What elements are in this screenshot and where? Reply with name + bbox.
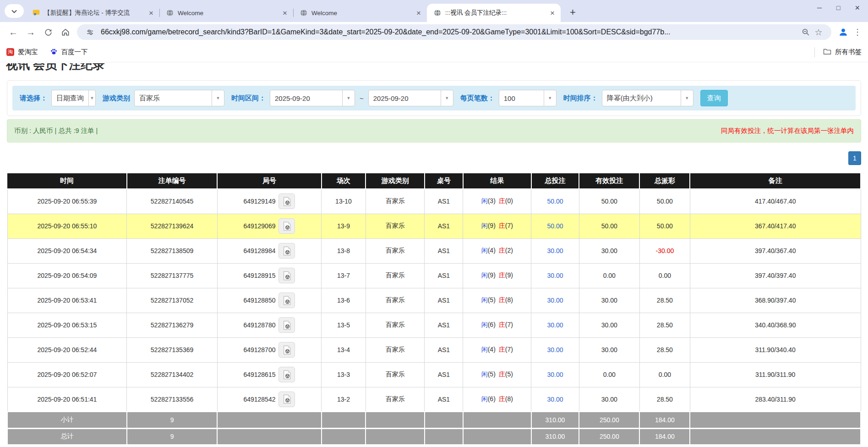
- tab-close-icon[interactable]: ×: [147, 9, 155, 17]
- player-score: (9): [488, 222, 496, 229]
- result-cell: 闲(6)庄(7): [463, 313, 531, 337]
- bookmark-taobao[interactable]: 淘 爱淘宝: [6, 48, 38, 56]
- window-close-icon[interactable]: ×: [855, 3, 860, 13]
- date-start-select[interactable]: 2025-09-20 ▼: [270, 90, 355, 106]
- game-type-select[interactable]: 百家乐 ▼: [134, 90, 224, 106]
- round-cell: 649128850: [217, 288, 321, 313]
- bookmark-star-icon[interactable]: ☆: [812, 27, 825, 38]
- filter-bar: 请选择： 日期查询 ▼ 游戏类别 百家乐 ▼ 时间区间： 2025-09-20 …: [12, 86, 856, 110]
- video-replay-button[interactable]: [278, 342, 295, 358]
- date-end-select[interactable]: 2025-09-20 ▼: [368, 90, 453, 106]
- chevron-down-icon[interactable]: ▼: [681, 90, 693, 106]
- chevron-down-icon[interactable]: ▼: [441, 90, 453, 106]
- tab-welcome-1[interactable]: Welcome ×: [159, 4, 293, 22]
- player-label: 闲: [481, 321, 488, 328]
- tab-search-button[interactable]: [5, 4, 24, 18]
- back-icon[interactable]: ←: [5, 24, 22, 40]
- payout-cell: 50.00: [639, 214, 690, 238]
- col-payout: 总派彩: [639, 173, 690, 189]
- tab-bet-records[interactable]: :::视讯 会员下注纪录::: ×: [427, 4, 561, 22]
- video-replay-button[interactable]: [278, 243, 295, 259]
- total-bet-link[interactable]: 30.00: [531, 238, 579, 263]
- home-icon[interactable]: [57, 24, 74, 40]
- bookmark-label: 百度一下: [61, 48, 88, 56]
- page-button-1[interactable]: 1: [848, 151, 861, 165]
- new-tab-button[interactable]: +: [567, 6, 579, 18]
- total-label: 总计: [7, 428, 127, 445]
- round-cell: 649128915: [217, 263, 321, 288]
- total-bet-link[interactable]: 30.00: [531, 362, 579, 387]
- round-no: 649128615: [243, 371, 275, 378]
- url-text[interactable]: 66cxkj98.com/game/betrecord_search/kind3…: [101, 28, 799, 36]
- total-bet-link[interactable]: 30.00: [531, 263, 579, 288]
- total-bet-link[interactable]: 30.00: [531, 337, 579, 362]
- forward-icon[interactable]: →: [22, 24, 39, 40]
- query-type-select[interactable]: 日期查询 ▼: [51, 90, 96, 106]
- note-cell: 340.40/368.90: [690, 313, 861, 337]
- tab-close-icon[interactable]: ×: [415, 9, 422, 17]
- maximize-icon[interactable]: □: [836, 4, 840, 11]
- total-bet-link[interactable]: 30.00: [531, 288, 579, 313]
- result-cell: 闲(5)庄(8): [463, 288, 531, 313]
- video-icon: [283, 296, 291, 305]
- video-replay-button[interactable]: [278, 268, 295, 283]
- video-replay-button[interactable]: [278, 193, 295, 209]
- bet-no-cell: 522827138509: [127, 238, 217, 263]
- total-payout: 184.00: [639, 428, 690, 445]
- payout-cell: 28.50: [639, 288, 690, 313]
- menu-kebab-icon[interactable]: ⋮: [852, 27, 863, 37]
- time-cell: 2025-09-20 06:54:09: [7, 263, 127, 288]
- zoom-out-icon[interactable]: [799, 28, 812, 36]
- round-no: 649128542: [243, 396, 275, 403]
- total-bet-link[interactable]: 30.00: [531, 387, 579, 412]
- tab-forum[interactable]: 【新提醒】海燕论坛 - 博学交流 ×: [26, 4, 159, 22]
- video-replay-button[interactable]: [278, 292, 295, 308]
- banker-score: (7): [505, 222, 513, 229]
- game-type-cell: 百家乐: [366, 189, 425, 214]
- chevron-down-icon[interactable]: ▼: [544, 90, 556, 106]
- total-bet-link[interactable]: 30.00: [531, 313, 579, 337]
- total-bet-link[interactable]: 50.00: [531, 189, 579, 214]
- date-start-value: 2025-09-20: [270, 90, 342, 106]
- chevron-down-icon[interactable]: ▼: [212, 90, 224, 106]
- col-game-type: 游戏类别: [366, 173, 425, 189]
- address-bar[interactable]: 66cxkj98.com/game/betrecord_search/kind3…: [77, 24, 831, 40]
- note-cell: 283.40/311.90: [690, 387, 861, 412]
- sort-select[interactable]: 降幂(由大到小) ▼: [602, 90, 693, 106]
- profile-avatar-icon[interactable]: [835, 24, 852, 40]
- video-replay-button[interactable]: [278, 367, 295, 382]
- site-settings-icon[interactable]: [83, 28, 96, 36]
- refresh-icon[interactable]: [39, 24, 57, 40]
- table-no-cell: AS1: [425, 263, 463, 288]
- banker-score: (8): [505, 296, 513, 304]
- video-replay-button[interactable]: [278, 317, 295, 333]
- col-session: 场次: [322, 173, 366, 189]
- result-cell: 闲(9)庄(7): [463, 214, 531, 238]
- video-replay-button[interactable]: [278, 392, 295, 407]
- search-button[interactable]: 查询: [700, 90, 728, 106]
- video-icon: [283, 246, 291, 256]
- table-no-cell: AS1: [425, 214, 463, 238]
- result-cell: 闲(3)庄(0): [463, 189, 531, 214]
- page-size-select[interactable]: 100 ▼: [499, 90, 557, 106]
- chevron-down-icon[interactable]: ▼: [342, 90, 355, 106]
- bookmark-baidu[interactable]: 百度一下: [50, 48, 88, 57]
- tab-close-icon[interactable]: ×: [281, 9, 289, 17]
- player-label: 闲: [481, 370, 488, 378]
- tab-welcome-2[interactable]: Welcome ×: [293, 4, 427, 22]
- total-row: 总计 9 310.00 250.00 184.00: [7, 428, 861, 445]
- total-bet-link[interactable]: 50.00: [531, 214, 579, 238]
- col-note: 备注: [690, 173, 861, 189]
- game-type-cell: 百家乐: [366, 263, 425, 288]
- game-type-cell: 百家乐: [366, 313, 425, 337]
- minimize-icon[interactable]: ─: [817, 4, 822, 11]
- banker-score: (7): [505, 346, 513, 353]
- time-cell: 2025-09-20 06:52:44: [7, 337, 127, 362]
- video-replay-button[interactable]: [278, 218, 295, 234]
- tab-close-icon[interactable]: ×: [549, 9, 556, 17]
- all-bookmarks-button[interactable]: 所有书签: [814, 47, 862, 57]
- banker-label: 庄: [499, 222, 505, 229]
- result-cell: 闲(5)庄(5): [463, 362, 531, 387]
- chevron-down-icon[interactable]: ▼: [88, 90, 95, 106]
- payout-cell: 28.50: [639, 387, 690, 412]
